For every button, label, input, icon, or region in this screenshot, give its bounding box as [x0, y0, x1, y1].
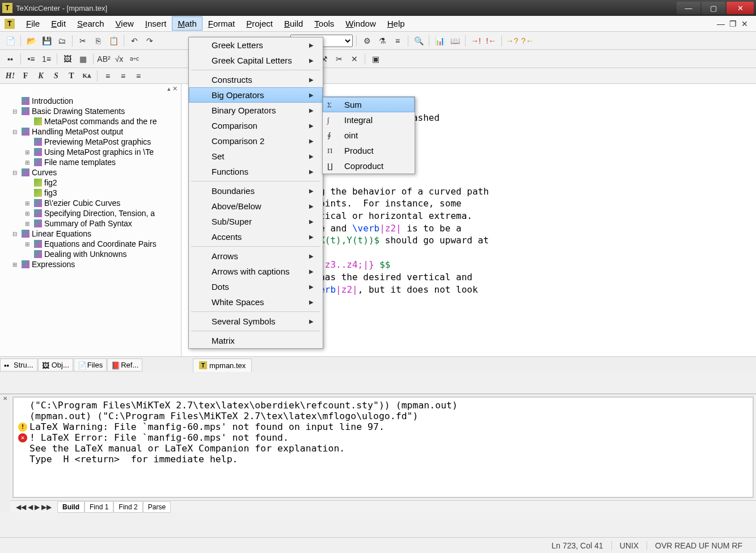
align-left-button[interactable]: ≡: [101, 69, 115, 83]
tree-item[interactable]: ⊟Handling MetaPost output: [5, 126, 181, 137]
menu-insert[interactable]: Insert: [140, 16, 172, 31]
table-button[interactable]: ▦: [76, 52, 90, 66]
build-view-button[interactable]: ⚗: [375, 34, 389, 48]
prev-err-button[interactable]: !←: [484, 34, 498, 48]
math-menu-accents[interactable]: Accents▶: [189, 229, 323, 244]
menu-help[interactable]: Help: [382, 16, 411, 31]
math-menu-greek-letters[interactable]: Greek Letters▶: [189, 37, 323, 53]
output-tab-find-1[interactable]: Find 1: [85, 501, 113, 513]
sidebar-tab-stru[interactable]: ▪▪Stru...: [0, 358, 37, 372]
save-all-button[interactable]: 🗂: [55, 34, 69, 48]
math-menu-comparison-2[interactable]: Comparison 2▶: [189, 133, 323, 149]
menu-search[interactable]: Search: [71, 16, 110, 31]
math-menu-dots[interactable]: Dots▶: [189, 279, 323, 294]
tree-item[interactable]: fig3: [5, 188, 181, 198]
output-close[interactable]: ✕: [0, 394, 10, 513]
new-button[interactable]: 📄: [3, 34, 17, 48]
math-menu-comparison[interactable]: Comparison▶: [189, 118, 323, 133]
prev-warn-button[interactable]: ?←: [521, 34, 534, 48]
copy-button[interactable]: ⎘: [91, 34, 105, 48]
math-menu-greek-capital-letters[interactable]: Greek Capital Letters▶: [189, 53, 323, 68]
tree-item[interactable]: ⊞Specifying Direction, Tension, a: [5, 208, 181, 218]
math-menu-above-below[interactable]: Above/Below▶: [189, 199, 323, 214]
stack-button[interactable]: ≡: [391, 34, 404, 48]
menu-project[interactable]: Project: [240, 16, 278, 31]
frac-button[interactable]: a÷c: [128, 52, 141, 66]
enumerate-button[interactable]: 1≡: [40, 52, 53, 66]
close-button[interactable]: ✕: [727, 2, 754, 14]
next-warn-button[interactable]: →?: [505, 34, 519, 48]
preview-button[interactable]: 🔍: [412, 34, 425, 48]
sqrt-button[interactable]: √x: [112, 52, 126, 66]
output-tab-parse[interactable]: Parse: [143, 501, 171, 513]
align-right-button[interactable]: ≡: [132, 69, 145, 83]
output-nav-last[interactable]: ▶▶: [41, 503, 52, 511]
open-button[interactable]: 📂: [24, 34, 38, 48]
math-menu-binary-operators[interactable]: Binary Operators▶: [189, 103, 323, 118]
menu-edit[interactable]: Edit: [45, 16, 71, 31]
output-nav-first[interactable]: ◀◀: [16, 503, 26, 511]
math-menu-arrows-with-captions[interactable]: Arrows with captions▶: [189, 264, 323, 279]
undo-button[interactable]: ↶: [128, 34, 141, 48]
slanted-button[interactable]: S: [49, 69, 63, 83]
output-nav-prev[interactable]: ◀: [28, 503, 33, 511]
h1-button[interactable]: H!: [3, 69, 17, 83]
tree-item[interactable]: ⊞Equations and Coordinate Pairs: [5, 239, 181, 249]
menu-window[interactable]: Window: [340, 16, 381, 31]
bigop-sum[interactable]: ΣSum: [323, 97, 415, 112]
next-err-button[interactable]: →!: [469, 34, 483, 48]
tree-item[interactable]: ⊟Basic Drawing Statements: [5, 106, 181, 116]
sidebar-close[interactable]: ▴ ✕: [0, 84, 181, 94]
output-tab-find-2[interactable]: Find 2: [113, 501, 142, 513]
paste-button[interactable]: 📋: [107, 34, 120, 48]
tree-item[interactable]: ⊞File name templates: [5, 157, 181, 167]
build-button[interactable]: ⚙: [360, 34, 374, 48]
tree-item[interactable]: Previewing MetaPost graphics: [5, 137, 181, 147]
tool4-button[interactable]: ✕: [348, 52, 361, 66]
tree-item[interactable]: ⊟Curves: [5, 167, 181, 178]
sidebar-tab-obj[interactable]: 🖼Obj...: [38, 358, 73, 372]
menu-file[interactable]: File: [20, 16, 45, 31]
save-button[interactable]: 💾: [40, 34, 53, 48]
math-menu-sub-super[interactable]: Sub/Super▶: [189, 214, 323, 229]
tree-item[interactable]: ⊞Using MetaPost graphics in \Te: [5, 147, 181, 157]
tree-item[interactable]: Introduction: [5, 96, 181, 106]
math-menu-arrows[interactable]: Arrows▶: [189, 248, 323, 264]
math-menu-functions[interactable]: Functions▶: [189, 164, 323, 179]
tree-item[interactable]: ⊞Expressions: [5, 259, 181, 269]
menu-build[interactable]: Build: [278, 16, 309, 31]
maximize-button[interactable]: ▢: [702, 2, 725, 14]
font-button[interactable]: AB²: [97, 52, 111, 66]
cut-button[interactable]: ✂: [76, 34, 90, 48]
sidebar-tab-files[interactable]: 📄Files: [74, 358, 107, 372]
sidebar-tab-ref[interactable]: 📕Ref...: [107, 358, 142, 372]
structure-tree[interactable]: Introduction⊟Basic Drawing StatementsMet…: [0, 94, 181, 356]
highlight-button[interactable]: ▣: [369, 52, 382, 66]
math-menu-constructs[interactable]: Constructs▶: [189, 72, 323, 87]
math-menu-several-symbols[interactable]: Several Symbols▶: [189, 314, 323, 329]
math-menu-set[interactable]: Set▶: [189, 149, 323, 164]
output-nav-next[interactable]: ▶: [35, 503, 40, 511]
menu-view[interactable]: View: [110, 16, 140, 31]
mdi-restore[interactable]: ❐: [729, 19, 737, 28]
italic-button[interactable]: K: [34, 69, 48, 83]
mdi-close[interactable]: ✕: [741, 19, 748, 28]
menu-math[interactable]: Math: [172, 16, 202, 31]
bigop-coproduct[interactable]: ∐Coproduct: [323, 158, 415, 174]
bigop-oint[interactable]: ∮oint: [323, 128, 415, 143]
menu-tools[interactable]: Tools: [309, 16, 340, 31]
itemize-button[interactable]: •≡: [24, 52, 38, 66]
tool3-button[interactable]: ✂: [332, 52, 346, 66]
math-menu-boundaries[interactable]: Boundaries▶: [189, 183, 323, 199]
menu-format[interactable]: Format: [202, 16, 241, 31]
figure-button[interactable]: 🖼: [61, 52, 74, 66]
editor-tab[interactable]: T mpman.tex: [193, 358, 252, 372]
tree-item[interactable]: ⊟Linear Equations: [5, 229, 181, 239]
tree-item[interactable]: MetaPost commands and the re: [5, 116, 181, 126]
bigop-integral[interactable]: ∫Integral: [323, 112, 415, 128]
tt-button[interactable]: T: [65, 69, 78, 83]
redo-button[interactable]: ↷: [143, 34, 157, 48]
math-menu-matrix[interactable]: Matrix▶: [189, 333, 323, 348]
tree-item[interactable]: fig2: [5, 178, 181, 188]
tree-item[interactable]: ⊞Summary of Path Syntax: [5, 218, 181, 229]
